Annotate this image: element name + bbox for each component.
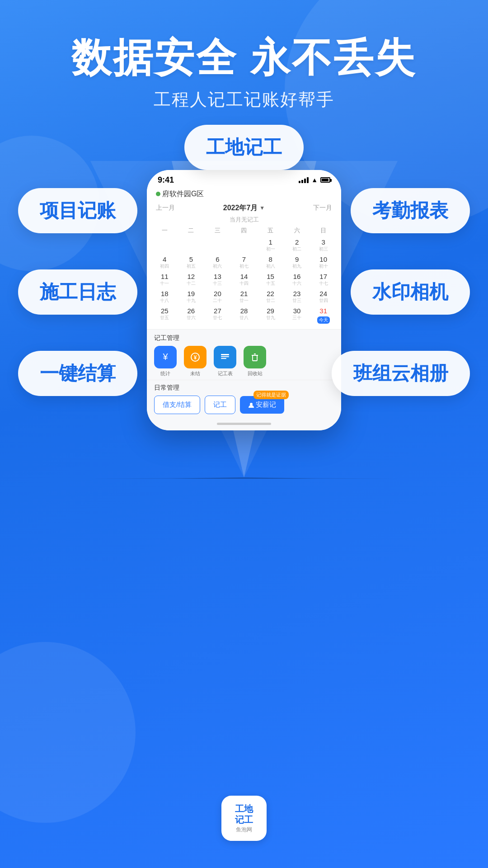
feature-label-kaoqin: 考勤报表 (372, 200, 448, 221)
cal-day-13[interactable]: 13十三 (204, 271, 231, 288)
manage-item-trash[interactable]: 回收站 (244, 346, 266, 377)
weekday-sat: 六 (284, 226, 310, 235)
subtitle: 工程人记工记账好帮手 (0, 88, 488, 111)
weekday-tue: 二 (178, 226, 205, 235)
feature-card-shigong[interactable]: 施工日志 (18, 269, 137, 315)
feature-label-shigong: 施工日志 (40, 281, 116, 302)
cal-day-28[interactable]: 28廿八 (231, 305, 258, 326)
wifi-icon: ▲ (311, 176, 318, 184)
cal-day-empty (151, 236, 178, 254)
cal-day-24[interactable]: 24廿四 (310, 288, 337, 305)
cal-day-19[interactable]: 19十九 (178, 288, 205, 305)
feature-card-xiangmu[interactable]: 项目记账 (18, 188, 137, 233)
jigong-button[interactable]: 记工 (205, 396, 235, 414)
cal-day-9[interactable]: 9初九 (284, 254, 310, 271)
cal-day-20[interactable]: 20二十 (204, 288, 231, 305)
cal-day-empty (204, 236, 231, 254)
logo-main-text: 工地记工 (235, 803, 253, 825)
prev-month-btn[interactable]: 上一月 (156, 204, 175, 212)
cal-day-8[interactable]: 8初八 (257, 254, 284, 271)
cal-day-21[interactable]: 21廿一 (231, 288, 258, 305)
home-bar (217, 423, 271, 425)
unpaid-label: 未结 (190, 370, 200, 377)
cal-day-22[interactable]: 22廿二 (257, 288, 284, 305)
cal-day-29[interactable]: 29廿九 (257, 305, 284, 326)
weekday-fri: 五 (257, 226, 284, 235)
cal-day-30[interactable]: 30三十 (284, 305, 310, 326)
jiezhi-button[interactable]: 借支/结算 (154, 396, 200, 414)
cal-day-5[interactable]: 5初五 (178, 254, 205, 271)
cal-day-26[interactable]: 26廿六 (178, 305, 205, 326)
phone-mockup: 9:41 ▲ 府软件园G区 (147, 170, 341, 430)
cal-day-14[interactable]: 14十四 (231, 271, 258, 288)
badge-tag: 记得就是证据 (253, 391, 289, 399)
unpaid-icon: ¥ (184, 346, 206, 368)
home-indicator (147, 418, 341, 430)
cal-day-10[interactable]: 10初十 (310, 254, 337, 271)
cal-day-31[interactable]: 31今天 (310, 305, 337, 326)
header-section: 数据安全 永不丢失 工程人记工记账好帮手 (0, 0, 488, 111)
calendar-nav: 上一月 2022年7月 ▼ 下一月 (151, 202, 337, 215)
manage-item-unpaid[interactable]: ¥ 未结 (184, 346, 206, 377)
cal-day-6[interactable]: 6初六 (204, 254, 231, 271)
bg-decoration-2 (0, 642, 136, 823)
month-dropdown-icon[interactable]: ▼ (259, 205, 265, 211)
stat-label: 统计 (160, 370, 170, 377)
cal-day-12[interactable]: 12十二 (178, 271, 205, 288)
feature-label-banzuyun: 班组云相册 (353, 363, 448, 384)
feature-label-yijie: 一键结算 (40, 363, 116, 384)
status-icons: ▲ (299, 176, 330, 184)
cal-day-23[interactable]: 23廿三 (284, 288, 310, 305)
location-text: 府软件园G区 (162, 189, 204, 199)
cal-day-18[interactable]: 18十八 (151, 288, 178, 305)
manage-title: 记工管理 (154, 334, 334, 342)
features-area: 工地记工 项目记账 考勤报表 施工日志 水印相机 一键结算 班组云相册 9:41 (0, 125, 488, 532)
manage-icons-row: ¥ 统计 ¥ 未结 记工表 (154, 346, 334, 377)
table-label: 记工表 (218, 370, 233, 377)
svg-text:¥: ¥ (194, 354, 197, 361)
anxinji-wrapper: 记得就是证据 安薪记 (240, 396, 284, 414)
calendar-grid: 1初一2初二3初三4初四5初五6初六7初七8初八9初九10初十11十一12十二1… (151, 236, 337, 326)
calendar-section: 上一月 2022年7月 ▼ 下一月 当月无记工 一 二 三 四 五 六 日 (147, 202, 341, 329)
cal-day-1[interactable]: 1初一 (257, 236, 284, 254)
cal-day-7[interactable]: 7初七 (231, 254, 258, 271)
location-bar: 府软件园G区 (147, 187, 341, 202)
feature-label-shuiyin: 水印相机 (372, 281, 448, 302)
cal-day-25[interactable]: 25廿五 (151, 305, 178, 326)
anxinji-label: 安薪记 (256, 401, 276, 408)
cal-day-3[interactable]: 3初三 (310, 236, 337, 254)
feature-card-yijie[interactable]: 一键结算 (18, 351, 137, 396)
feature-card-shuiyin[interactable]: 水印相机 (351, 269, 470, 315)
cal-day-27[interactable]: 27廿七 (204, 305, 231, 326)
next-month-btn[interactable]: 下一月 (313, 204, 332, 212)
weekdays-header: 一 二 三 四 五 六 日 (151, 225, 337, 236)
current-month: 2022年7月 ▼ (223, 203, 265, 213)
cal-day-16[interactable]: 16十六 (284, 271, 310, 288)
cal-day-2[interactable]: 2初二 (284, 236, 310, 254)
svg-rect-5 (253, 355, 257, 361)
cal-day-17[interactable]: 17十七 (310, 271, 337, 288)
svg-rect-3 (221, 356, 229, 357)
daily-title: 日常管理 (154, 384, 334, 392)
status-bar: 9:41 ▲ (147, 170, 341, 187)
trash-label: 回收站 (248, 370, 263, 377)
manage-item-stat[interactable]: ¥ 统计 (154, 346, 177, 377)
cal-day-15[interactable]: 15十五 (257, 271, 284, 288)
stat-icon: ¥ (154, 346, 177, 368)
manage-item-table[interactable]: 记工表 (214, 346, 236, 377)
feature-label-gongdi: 工地记工 (206, 137, 282, 158)
feature-label-xiangmu: 项目记账 (40, 200, 116, 221)
cal-day-11[interactable]: 11十一 (151, 271, 178, 288)
feature-card-banzuyun[interactable]: 班组云相册 (332, 351, 470, 396)
cal-day-empty (178, 236, 205, 254)
location-dot-icon (156, 192, 160, 196)
no-record-label: 当月无记工 (151, 215, 337, 225)
feature-card-gongdi[interactable]: 工地记工 (184, 125, 304, 170)
feature-card-kaoqin[interactable]: 考勤报表 (351, 188, 470, 233)
cal-day-4[interactable]: 4初四 (151, 254, 178, 271)
status-time: 9:41 (158, 175, 174, 185)
table-icon (214, 346, 236, 368)
manage-section: 记工管理 ¥ 统计 ¥ 未结 (147, 329, 341, 380)
bottom-logo: 工地记工 鱼泡网 (221, 796, 267, 841)
battery-icon (320, 177, 330, 183)
